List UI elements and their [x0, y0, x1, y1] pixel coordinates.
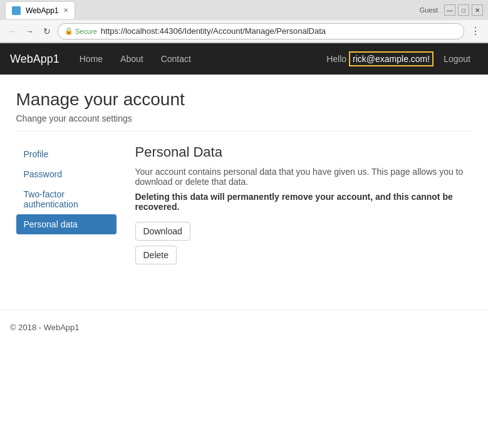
page-title: Manage your account [16, 90, 472, 110]
warning-text: Deleting this data will permanently remo… [135, 192, 472, 212]
navbar-brand[interactable]: WebApp1 [10, 53, 60, 66]
hello-text: Hello [326, 54, 346, 64]
sidenav-item-profile[interactable]: Profile [16, 144, 117, 164]
reload-button[interactable]: ↻ [40, 24, 54, 38]
sidenav-item-password[interactable]: Password [16, 164, 117, 184]
side-nav: Profile Password Two-factor authenticati… [16, 144, 117, 269]
minimize-button[interactable]: — [444, 4, 455, 16]
footer-text: © 2018 - WebApp1 [10, 323, 80, 332]
sidenav-item-two-factor[interactable]: Two-factor authentication [16, 184, 117, 214]
guest-label: Guest [420, 6, 438, 14]
section-description: Your account contains personal data that… [135, 167, 472, 187]
tab-title: WebApp1 [26, 6, 58, 15]
back-button[interactable]: ← [5, 24, 19, 38]
content-layout: Profile Password Two-factor authenticati… [16, 144, 472, 269]
address-bar: ← → ↻ 🔒 Secure https://localhost:44306/I… [0, 20, 488, 43]
page-container: Manage your account Change your account … [6, 75, 482, 284]
tab-close-button[interactable]: ✕ [63, 7, 68, 14]
delete-button[interactable]: Delete [135, 246, 177, 264]
download-button[interactable]: Download [135, 222, 190, 241]
restore-button[interactable]: □ [458, 4, 469, 16]
section-title: Personal Data [135, 144, 472, 160]
address-input-container[interactable]: 🔒 Secure https://localhost:44306/Identit… [58, 23, 464, 39]
nav-link-contact[interactable]: Contact [153, 49, 199, 69]
action-buttons: Download Delete [135, 222, 472, 269]
secure-label: Secure [75, 28, 97, 35]
navbar-right: Hello rick@example.com! Logout [326, 49, 478, 69]
title-bar-left: WebApp1 ✕ [5, 1, 420, 19]
forward-button[interactable]: → [23, 24, 36, 38]
title-bar: WebApp1 ✕ Guest — □ ✕ [0, 0, 488, 20]
lock-icon: 🔒 [65, 27, 73, 35]
logout-button[interactable]: Logout [436, 49, 478, 69]
browser-tab[interactable]: WebApp1 ✕ [5, 1, 75, 19]
navbar: WebApp1 Home About Contact Hello rick@ex… [0, 43, 488, 75]
browser-chrome: WebApp1 ✕ Guest — □ ✕ ← → ↻ 🔒 Secure htt… [0, 0, 488, 43]
page-subtitle: Change your account settings [16, 113, 472, 132]
footer: © 2018 - WebApp1 [0, 310, 488, 345]
main-content: Personal Data Your account contains pers… [135, 144, 472, 269]
nav-link-about[interactable]: About [113, 49, 151, 69]
navbar-links: Home About Contact [72, 49, 326, 69]
sidenav-item-personal-data[interactable]: Personal data [16, 214, 117, 234]
title-bar-right: Guest — □ ✕ [420, 4, 483, 16]
user-email-link[interactable]: rick@example.com! [349, 51, 433, 66]
close-button[interactable]: ✕ [472, 4, 483, 16]
secure-badge: 🔒 Secure [65, 27, 97, 35]
more-options-button[interactable]: ⋮ [468, 25, 483, 37]
nav-link-home[interactable]: Home [72, 49, 110, 69]
url-text[interactable]: https://localhost:44306/Identity/Account… [101, 26, 326, 36]
tab-favicon [12, 6, 21, 15]
